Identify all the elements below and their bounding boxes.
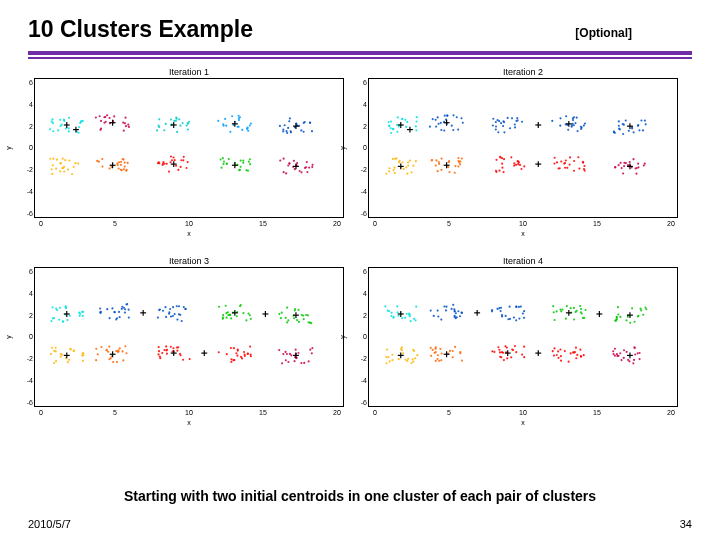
svg-point-334 xyxy=(628,130,630,132)
svg-point-599 xyxy=(68,359,70,361)
svg-point-728 xyxy=(397,315,399,317)
svg-point-898 xyxy=(553,355,555,357)
svg-point-257 xyxy=(397,116,399,118)
svg-point-401 xyxy=(520,168,522,170)
svg-point-741 xyxy=(390,315,392,317)
svg-point-360 xyxy=(394,172,396,174)
svg-point-651 xyxy=(165,345,167,347)
svg-point-928 xyxy=(638,352,640,354)
svg-point-157 xyxy=(175,165,177,167)
svg-point-375 xyxy=(454,165,456,167)
plot-area: 6420-2-4-6 y 05101520 xyxy=(34,78,344,218)
svg-point-164 xyxy=(180,159,182,161)
svg-point-96 xyxy=(288,120,290,122)
svg-point-338 xyxy=(638,129,640,131)
svg-point-436 xyxy=(578,167,580,169)
svg-point-119 xyxy=(68,159,70,161)
svg-point-531 xyxy=(157,317,159,319)
svg-point-600 xyxy=(82,360,84,362)
svg-point-427 xyxy=(582,161,584,163)
svg-point-147 xyxy=(123,158,125,160)
svg-point-494 xyxy=(56,309,58,311)
svg-point-690 xyxy=(309,349,311,351)
svg-point-219 xyxy=(288,162,290,164)
svg-point-939 xyxy=(619,352,621,354)
svg-point-567 xyxy=(225,312,227,314)
svg-point-172 xyxy=(158,162,160,164)
svg-point-634 xyxy=(176,350,178,352)
svg-point-824 xyxy=(637,315,639,317)
svg-point-115 xyxy=(59,162,61,164)
svg-point-754 xyxy=(433,315,435,317)
svg-point-420 xyxy=(554,157,556,159)
svg-point-882 xyxy=(491,350,493,352)
svg-point-678 xyxy=(284,351,286,353)
svg-point-344 xyxy=(619,128,621,130)
svg-point-261 xyxy=(415,125,417,127)
svg-point-73 xyxy=(247,130,249,132)
svg-point-480 xyxy=(51,306,53,308)
svg-point-450 xyxy=(620,162,622,164)
svg-point-696 xyxy=(303,362,305,364)
svg-point-785 xyxy=(501,314,503,316)
svg-point-780 xyxy=(515,306,517,308)
svg-point-142 xyxy=(101,158,103,160)
svg-point-217 xyxy=(293,160,295,162)
svg-point-867 xyxy=(459,352,461,354)
svg-point-556 xyxy=(247,313,249,315)
svg-point-777 xyxy=(496,308,498,310)
svg-point-880 xyxy=(497,346,499,348)
svg-point-52 xyxy=(179,125,181,127)
svg-point-568 xyxy=(286,321,288,323)
svg-point-388 xyxy=(435,159,437,161)
svg-point-176 xyxy=(240,159,242,161)
svg-point-303 xyxy=(507,117,509,119)
svg-point-193 xyxy=(222,163,224,165)
svg-point-451 xyxy=(632,158,634,160)
svg-point-279 xyxy=(446,115,448,117)
svg-point-557 xyxy=(249,314,251,316)
svg-point-554 xyxy=(230,317,232,319)
svg-point-635 xyxy=(166,353,168,355)
svg-point-559 xyxy=(226,317,228,319)
svg-point-144 xyxy=(101,165,103,167)
svg-point-783 xyxy=(500,310,502,312)
svg-point-3 xyxy=(78,126,80,128)
svg-point-327 xyxy=(572,123,574,125)
scatter-svg xyxy=(35,79,343,217)
svg-point-111 xyxy=(64,159,66,161)
svg-point-666 xyxy=(237,349,239,351)
svg-point-768 xyxy=(509,318,511,320)
svg-point-433 xyxy=(560,160,562,162)
svg-point-322 xyxy=(574,122,576,124)
svg-point-98 xyxy=(282,130,284,132)
svg-point-625 xyxy=(116,361,118,363)
svg-point-316 xyxy=(559,125,561,127)
svg-point-933 xyxy=(616,353,618,355)
svg-point-364 xyxy=(412,165,414,167)
svg-point-107 xyxy=(282,128,284,130)
svg-point-664 xyxy=(230,361,232,363)
scatter-svg xyxy=(369,268,677,406)
svg-point-411 xyxy=(495,159,497,161)
svg-point-63 xyxy=(176,131,178,133)
svg-point-563 xyxy=(245,319,247,321)
svg-point-925 xyxy=(612,350,614,352)
yticks: 6420-2-4-6 xyxy=(17,79,33,217)
svg-point-64 xyxy=(182,122,184,124)
svg-point-504 xyxy=(118,311,120,313)
svg-point-850 xyxy=(406,360,408,362)
svg-point-815 xyxy=(625,319,627,321)
svg-point-526 xyxy=(170,315,172,317)
svg-point-124 xyxy=(51,168,53,170)
svg-point-383 xyxy=(454,172,456,174)
svg-point-838 xyxy=(398,358,400,360)
svg-point-148 xyxy=(126,169,128,171)
svg-point-416 xyxy=(569,156,571,158)
svg-point-752 xyxy=(445,306,447,308)
svg-point-94 xyxy=(300,129,302,131)
svg-point-607 xyxy=(51,347,53,349)
svg-point-16 xyxy=(80,120,82,122)
svg-point-110 xyxy=(59,170,61,172)
svg-point-100 xyxy=(289,117,291,119)
